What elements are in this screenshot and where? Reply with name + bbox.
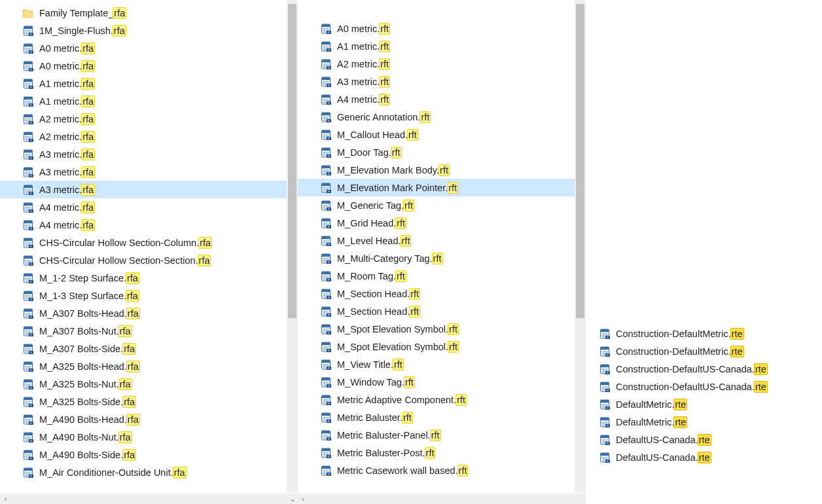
list-item[interactable]: A2 metric.rft [298, 55, 586, 73]
revit-file-icon [320, 235, 332, 247]
list-item[interactable]: M_A307 Bolts-Nut.rfa [0, 322, 298, 340]
list-item[interactable]: M_Level Head.rft [298, 232, 586, 249]
list-item[interactable]: A0 metric.rfa [0, 39, 298, 57]
list-item[interactable]: A1 metric.rft [298, 37, 586, 55]
list-item[interactable]: M_A325 Bolts-Nut.rfa [0, 375, 298, 393]
list-item[interactable]: A3 metric.rft [298, 73, 586, 90]
vertical-scroll-thumb[interactable] [288, 4, 296, 318]
file-basename: M_Window Tag. [337, 377, 404, 387]
horizontal-scroll-track[interactable] [309, 494, 586, 504]
horizontal-scroll-track[interactable] [11, 494, 287, 504]
file-name-label: M_A490 Bolts-Head.rfa [39, 414, 140, 425]
list-item[interactable]: DefaultUS-Canada.rte [586, 431, 822, 448]
vertical-scrollbar[interactable] [287, 0, 298, 493]
revit-file-icon [22, 60, 34, 72]
file-basename: M_A325 Bolts-Side. [39, 397, 123, 407]
list-item[interactable]: M_Section Head.rft [298, 285, 586, 302]
list-item[interactable]: M_Room Tag.rft [298, 267, 586, 285]
scroll-left-arrow-icon[interactable]: ‹ [298, 494, 309, 504]
list-item[interactable]: A4 metric.rfa [0, 198, 298, 216]
list-item[interactable]: A3 metric.rfa [0, 163, 298, 181]
list-item[interactable]: Metric Casework wall based.rft [298, 461, 586, 479]
list-item[interactable]: Metric Adaptive Component.rft [298, 391, 586, 408]
file-basename: Metric Adaptive Component. [337, 395, 456, 405]
list-item[interactable]: M_Section Head.rft [298, 302, 586, 320]
list-item[interactable]: M_Air Conditioner-Outside Unit.rfa [0, 463, 298, 481]
file-list[interactable]: A0 metric.rftA1 metric.rftA2 metric.rftA… [298, 0, 586, 493]
list-item[interactable]: A3 metric.rfa [0, 145, 298, 163]
list-item[interactable]: M_Elevation Mark Body.rft [298, 161, 586, 179]
file-extension-highlight: rte [754, 381, 768, 393]
file-extension-highlight: rft [425, 447, 436, 459]
horizontal-scrollbar[interactable]: ‹ ⌄ [0, 493, 298, 504]
list-item[interactable]: A2 metric.rfa [0, 128, 298, 145]
file-name-label: Construction-DefaultMetric.rte [616, 328, 744, 340]
list-item[interactable]: Metric Baluster.rft [298, 408, 586, 426]
list-item[interactable]: DefaultMetric.rte [586, 413, 822, 431]
list-item[interactable]: DefaultUS-Canada.rte [586, 448, 822, 466]
file-basename: M_Spot Elevation Symbol. [337, 342, 448, 352]
file-name-label: A1 metric.rfa [39, 78, 95, 90]
list-item[interactable]: A0 metric.rft [298, 20, 586, 37]
list-item[interactable]: M_A490 Bolts-Side.rfa [0, 446, 298, 463]
list-item[interactable]: M_A307 Bolts-Head.rfa [0, 304, 298, 322]
list-item[interactable]: A4 metric.rfa [0, 216, 298, 234]
list-item[interactable]: Family Template_rfa [0, 4, 298, 22]
list-item[interactable]: M_Callout Head.rft [298, 126, 586, 143]
file-basename: DefaultMetric. [616, 399, 674, 410]
file-extension-highlight: rfa [118, 325, 132, 337]
scroll-left-arrow-icon[interactable]: ‹ [0, 494, 11, 504]
list-item[interactable]: Construction-DefaultMetric.rte [586, 325, 822, 342]
list-item[interactable]: Generic Annotation.rft [298, 108, 586, 126]
list-item[interactable]: A0 metric.rfa [0, 57, 298, 75]
list-item[interactable]: Construction-DefaultMetric.rte [586, 342, 822, 360]
file-list[interactable]: Family Template_rfa1M_Single-Flush.rfaA0… [0, 0, 298, 493]
file-extension-highlight: rft [393, 359, 404, 370]
horizontal-scrollbar[interactable]: ‹ [298, 493, 586, 504]
list-item[interactable]: M_Door Tag.rft [298, 143, 586, 161]
list-item[interactable]: M_A325 Bolts-Side.rfa [0, 393, 298, 410]
file-basename: A4 metric. [39, 220, 82, 230]
file-basename: A1 metric. [337, 41, 380, 52]
list-item[interactable]: Metric Baluster-Panel.rft [298, 426, 586, 444]
list-item[interactable]: M_1-3 Step Surface.rfa [0, 287, 298, 304]
list-item[interactable]: Construction-DefaultUS-Canada.rte [586, 378, 822, 395]
list-item[interactable]: M_A490 Bolts-Head.rfa [0, 410, 298, 428]
list-item[interactable]: A2 metric.rfa [0, 110, 298, 128]
file-basename: M_Spot Elevation Symbol. [337, 324, 448, 334]
vertical-scrollbar[interactable] [575, 0, 586, 493]
list-item[interactable]: DefaultMetric.rte [586, 395, 822, 413]
file-name-label: Metric Casework wall based.rft [337, 465, 468, 477]
scroll-down-arrow-icon[interactable]: ⌄ [287, 494, 298, 504]
list-item[interactable]: M_Multi-Category Tag.rft [298, 249, 586, 267]
list-item[interactable]: A1 metric.rfa [0, 75, 298, 92]
list-item[interactable]: M_Grid Head.rft [298, 214, 586, 232]
list-item[interactable]: A4 metric.rft [298, 90, 586, 108]
list-item[interactable]: A1 metric.rfa [0, 92, 298, 110]
file-list[interactable]: Construction-DefaultMetric.rteConstructi… [586, 321, 822, 504]
list-item[interactable]: CHS-Circular Hollow Section-Section.rfa [0, 251, 298, 269]
list-item[interactable]: M_View Title.rft [298, 355, 586, 373]
file-extension-highlight: rte [730, 328, 744, 340]
list-item[interactable]: M_1-2 Step Surface.rfa [0, 269, 298, 287]
list-item[interactable]: M_Window Tag.rft [298, 373, 586, 391]
file-extension-highlight: rft [379, 23, 390, 35]
list-item[interactable]: M_A325 Bolts-Head.rfa [0, 357, 298, 375]
list-item[interactable]: Construction-DefaultUS-Canada.rte [586, 360, 822, 378]
list-item[interactable]: M_Spot Elevation Symbol.rft [298, 320, 586, 338]
list-item[interactable]: M_Generic Tag.rft [298, 196, 586, 214]
list-item[interactable]: M_A307 Bolts-Side.rfa [0, 340, 298, 357]
list-item[interactable]: Metric Baluster-Post.rft [298, 444, 586, 461]
list-item[interactable]: M_Spot Elevation Symbol.rft [298, 338, 586, 355]
folder-icon [22, 7, 34, 19]
list-item[interactable]: A3 metric.rfa [0, 181, 298, 198]
file-basename: M_Grid Head. [337, 218, 396, 228]
vertical-scroll-thumb[interactable] [576, 4, 584, 318]
file-basename: A2 metric. [39, 132, 82, 142]
list-item[interactable]: CHS-Circular Hollow Section-Column.rfa [0, 234, 298, 251]
file-extension-highlight: rft [379, 76, 390, 88]
list-item[interactable]: 1M_Single-Flush.rfa [0, 22, 298, 39]
list-item[interactable]: M_Elevation Mark Pointer.rft [298, 179, 586, 196]
list-item[interactable]: M_A490 Bolts-Nut.rfa [0, 428, 298, 446]
file-name-label: CHS-Circular Hollow Section-Section.rfa [39, 255, 211, 266]
